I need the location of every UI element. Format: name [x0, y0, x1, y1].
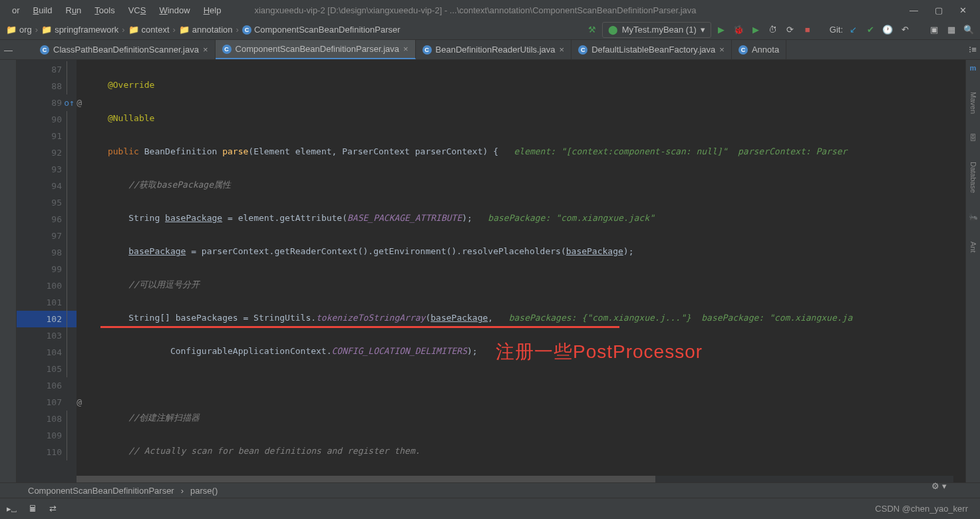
struct-crumb-method[interactable]: parse(): [190, 486, 218, 496]
toolbar: 📁org› 📁springframework› 📁context› 📁annot…: [0, 20, 980, 40]
crumb-file[interactable]: CComponentScanBeanDefinitionParser: [240, 25, 403, 35]
class-icon: C: [222, 45, 232, 54]
class-icon: C: [578, 45, 587, 55]
close-icon[interactable]: ×: [203, 45, 208, 55]
maven-tool-label[interactable]: Maven: [969, 92, 977, 114]
database-tool-icon[interactable]: 🗄: [969, 134, 977, 142]
right-tool-windows: m Maven 🗄 Database 🐜 Ant: [965, 60, 980, 482]
close-icon[interactable]: ✕: [959, 5, 967, 15]
open-button[interactable]: ▣: [927, 23, 941, 37]
search-button[interactable]: 🔍: [961, 23, 976, 37]
stop-button[interactable]: ■: [800, 23, 815, 37]
calculator-icon[interactable]: 🖩: [29, 504, 37, 514]
breadcrumb: 📁org› 📁springframework› 📁context› 📁annot…: [4, 25, 582, 35]
menu-item-build[interactable]: Build: [27, 5, 59, 15]
minimize-icon[interactable]: —: [909, 5, 918, 15]
settings-icon[interactable]: ⚙ ▾: [931, 481, 947, 491]
line-gutter[interactable]: 87 88 89o↑@ 90 91 92 93 94 95 96 97 98 9…: [17, 60, 77, 482]
tab-defaultlistable[interactable]: CDefaultListableBeanFactory.java×: [572, 40, 732, 59]
ant-tool-label[interactable]: Ant: [969, 242, 977, 253]
menu-item-help[interactable]: Help: [197, 5, 228, 15]
debug-button[interactable]: 🐞: [731, 23, 746, 37]
git-commit-button[interactable]: ✔: [863, 23, 878, 37]
chevron-down-icon: ▾: [701, 25, 705, 35]
class-icon: C: [738, 45, 748, 55]
git-update-button[interactable]: ↙: [846, 23, 860, 37]
ant-tool-icon[interactable]: 🐜: [969, 213, 978, 222]
code-area[interactable]: @Override @Nullable public BeanDefinitio…: [77, 60, 968, 482]
left-tool-gutter: [0, 60, 17, 482]
structure-breadcrumb: ComponentScanBeanDefinitionParser › pars…: [0, 482, 980, 498]
annotation-underline: [100, 326, 619, 328]
window-controls: — ▢ ✕: [909, 5, 975, 15]
close-icon[interactable]: ×: [560, 45, 565, 55]
struct-crumb-class[interactable]: ComponentScanBeanDefinitionParser: [28, 486, 174, 496]
folder-icon: 📁: [41, 25, 52, 35]
class-icon: C: [422, 45, 432, 55]
coverage-button[interactable]: ▶: [748, 23, 763, 37]
tab-annota[interactable]: CAnnota: [732, 40, 786, 59]
watermark: CSDN @chen_yao_kerr: [875, 504, 968, 514]
build-button[interactable]: ⚒: [585, 23, 599, 37]
menu-item-window[interactable]: Window: [152, 5, 196, 15]
structure-button[interactable]: ▦: [944, 23, 959, 37]
git-rollback-button[interactable]: ↶: [898, 23, 912, 37]
editor: 87 88 89o↑@ 90 91 92 93 94 95 96 97 98 9…: [0, 60, 980, 482]
folder-icon: 📁: [179, 25, 190, 35]
menu-item-vcs[interactable]: VCS: [122, 5, 153, 15]
menu-item-run[interactable]: Run: [59, 5, 88, 15]
window-title: xiangxueedu-vip-2 [D:\design\xiangxueedu…: [228, 5, 909, 15]
profile-button[interactable]: ⏱: [766, 23, 780, 37]
menu-item-tools[interactable]: Tools: [88, 5, 121, 15]
horizontal-scrollbar[interactable]: [77, 476, 953, 482]
folder-icon: 📁: [6, 25, 17, 35]
annotation-text: 注册一些PostProcessor: [496, 343, 703, 360]
class-icon: C: [242, 25, 251, 35]
folder-icon: 📁: [128, 25, 139, 35]
editor-tabs: CClassPathBeanDefinitionScanner.java× CC…: [0, 40, 980, 60]
close-icon[interactable]: ×: [403, 44, 408, 54]
menu-bar: or Build Run Tools VCS Window Help xiang…: [0, 0, 980, 20]
tab-beandefutils[interactable]: CBeanDefinitionReaderUtils.java×: [416, 40, 572, 59]
run-configuration[interactable]: ⬤ MyTest.myBean (1) ▾: [602, 22, 711, 38]
run-button[interactable]: ▶: [714, 23, 729, 37]
project-collapse-icon[interactable]: —: [0, 40, 17, 60]
git-label: Git:: [830, 25, 843, 35]
close-icon[interactable]: ×: [719, 45, 725, 55]
crumb-annotation[interactable]: 📁annotation: [177, 25, 235, 35]
scrollbar-thumb[interactable]: [77, 476, 655, 482]
run-config-label: MyTest.myBean (1): [622, 25, 697, 35]
crumb-org[interactable]: 📁org: [4, 25, 34, 35]
maven-tool-button[interactable]: m: [970, 64, 977, 72]
todo-icon[interactable]: ⇄: [49, 504, 57, 514]
database-tool-label[interactable]: Database: [969, 162, 977, 193]
maximize-icon[interactable]: ▢: [935, 5, 943, 15]
crumb-context[interactable]: 📁context: [126, 25, 172, 35]
tab-componentscandef[interactable]: CComponentScanBeanDefinitionParser.java×: [216, 40, 416, 59]
terminal-icon[interactable]: ▸⎵: [7, 504, 17, 514]
status-bar: ▸⎵ 🖩 ⇄ CSDN @chen_yao_kerr ⚙ ▾: [0, 498, 980, 519]
tab-more-button[interactable]: ⁝≡: [965, 43, 980, 57]
tab-classpathscanner[interactable]: CClassPathBeanDefinitionScanner.java×: [33, 40, 216, 59]
override-icon[interactable]: o↑: [64, 98, 75, 108]
git-history-button[interactable]: 🕐: [880, 23, 895, 37]
class-icon: C: [40, 45, 49, 55]
menu-item-or[interactable]: or: [5, 5, 27, 15]
attach-button[interactable]: ⟳: [783, 23, 798, 37]
crumb-springframework[interactable]: 📁springframework: [39, 25, 120, 35]
